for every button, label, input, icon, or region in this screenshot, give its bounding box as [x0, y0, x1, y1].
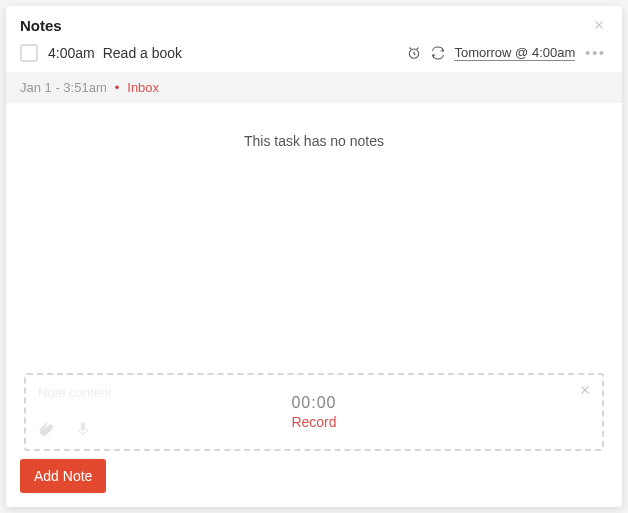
alarm-icon[interactable]	[406, 45, 422, 61]
task-row: 4:00am Read a book Tomorrow @ 4:00am •••	[6, 40, 622, 72]
meta-separator: •	[115, 80, 120, 95]
note-box-close-button[interactable]	[578, 383, 592, 400]
task-right: Tomorrow @ 4:00am •••	[406, 45, 608, 61]
note-input-box[interactable]: Note content 00:00 Record	[24, 373, 604, 451]
close-icon	[578, 383, 592, 397]
notes-panel: Notes 4:00am Read a book Tomorrow @ 4:00…	[6, 6, 622, 507]
close-icon	[592, 18, 606, 32]
attachment-icon[interactable]	[38, 420, 56, 441]
repeat-icon[interactable]	[430, 45, 446, 61]
microphone-icon[interactable]	[74, 420, 92, 441]
task-meta-bar: Jan 1 - 3:51am • Inbox	[6, 72, 622, 103]
panel-title: Notes	[20, 17, 62, 34]
task-more-button[interactable]: •••	[583, 45, 608, 61]
task-created-time: Jan 1 - 3:51am	[20, 80, 107, 95]
panel-footer: Add Note	[6, 459, 622, 507]
notes-body: This task has no notes Note content 00:0…	[6, 103, 622, 459]
task-text[interactable]: 4:00am Read a book	[48, 45, 396, 61]
record-button[interactable]: Record	[291, 414, 336, 430]
svg-rect-1	[81, 422, 86, 430]
close-panel-button[interactable]	[590, 16, 608, 34]
task-checkbox[interactable]	[20, 44, 38, 62]
add-note-button[interactable]: Add Note	[20, 459, 106, 493]
recording-timer: 00:00	[291, 394, 336, 412]
note-placeholder: Note content	[38, 385, 112, 400]
task-due[interactable]: Tomorrow @ 4:00am	[454, 46, 575, 61]
note-tools	[38, 420, 92, 441]
task-time: 4:00am	[48, 45, 95, 61]
task-project-link[interactable]: Inbox	[127, 80, 159, 95]
empty-notes-message: This task has no notes	[20, 133, 608, 149]
panel-header: Notes	[6, 6, 622, 40]
task-title: Read a book	[103, 45, 182, 61]
